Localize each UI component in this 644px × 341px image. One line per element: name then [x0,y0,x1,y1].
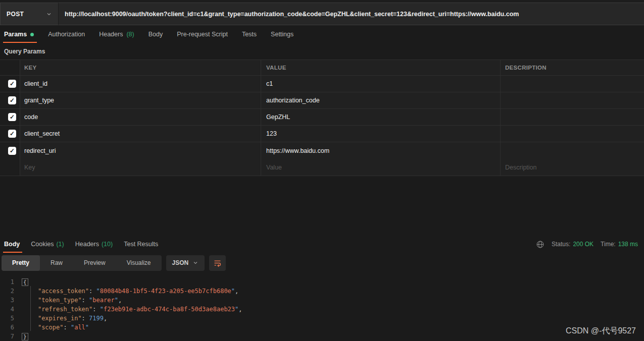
code-token: : [92,306,100,313]
param-checkbox[interactable]: ✓ [8,147,16,155]
code-line-content: "expires_in": 7199, [19,314,107,323]
code-line: 5 "expires_in": 7199, [0,314,644,323]
param-value-cell-text: 123 [266,130,277,137]
tab-settings[interactable]: Settings [264,25,301,43]
tab-label: Headers [75,241,99,248]
description-input-placeholder[interactable]: Description [505,164,537,171]
code-line: 2 "access_token": "80084b48-1bf5-4f23-a2… [0,287,644,296]
param-key-cell[interactable]: client_id [20,76,261,92]
tab-label: Body [148,31,163,38]
code-line-content: { [19,277,28,287]
request-tabs: ParamsAuthorizationHeaders(8)BodyPre-req… [0,25,644,43]
param-description-cell[interactable] [501,92,644,108]
code-line-content: "refresh_token": "f23eb91e-adbc-474c-ba8… [19,305,242,314]
tab-headers[interactable]: Headers(8) [92,25,141,43]
param-key-cell[interactable]: grant_type [20,92,261,108]
param-value-cell-text: GepZHL [266,113,290,121]
checkbox-cell: ✓ [0,76,20,92]
param-value-cell[interactable]: c1 [261,76,501,92]
code-token: "access_token" [38,288,89,295]
code-token: " [115,297,118,304]
param-description-cell[interactable] [501,142,644,159]
view-tab-pretty[interactable]: Pretty [2,255,40,271]
fold-marker[interactable]: { [22,278,28,286]
api-client-window: POST http://localhost:9009/oauth/token?c… [0,0,644,341]
param-description-cell[interactable] [501,109,644,125]
chevron-down-icon [46,11,52,17]
query-params-label: Query Params [4,48,45,55]
tab-label: Pre-request Script [177,31,228,38]
code-token: : [63,324,70,331]
response-header: BodyCookies(1)Headers(10)Test Results St… [0,236,644,253]
code-token: : [82,315,89,322]
view-tab-raw[interactable]: Raw [40,255,73,271]
code-token: f23eb91e-adbc-474c-ba8f-50d3ae8aeb23 [104,306,235,313]
line-number: 6 [0,323,19,332]
param-value-cell[interactable]: GepZHL [261,109,501,125]
tab-label: Params [4,31,27,38]
param-key-cell[interactable]: client_secret [20,126,261,142]
param-value-cell-text: c1 [266,80,273,87]
param-key-cell[interactable]: redirect_uri [20,142,261,159]
response-body-viewer[interactable]: 1{2 "access_token": "80084b48-1bf5-4f23-… [0,273,644,341]
response-tab-body[interactable]: Body [3,236,25,253]
param-checkbox[interactable]: ✓ [8,96,16,104]
checkbox-cell [0,159,20,176]
tab-label: Cookies [31,241,54,248]
checkbox-cell: ✓ [0,126,20,142]
method-selector[interactable]: POST [0,3,59,25]
param-value-cell[interactable]: authorization_code [261,92,501,108]
url-input[interactable]: http://localhost:9009/oauth/token?client… [59,3,644,25]
params-active-dot-icon [30,33,34,36]
param-checkbox[interactable]: ✓ [8,80,16,88]
code-token: all [74,324,85,331]
tab-params[interactable]: Params [3,25,41,43]
code-token: : [89,288,96,295]
description-column-header: DESCRIPTION [505,65,547,71]
network-globe-icon[interactable] [536,240,544,249]
indent-guide [30,286,31,331]
empty-space [0,176,644,236]
method-label: POST [7,11,24,18]
tab-authorization[interactable]: Authorization [41,25,92,43]
code-token: , [238,306,242,313]
query-params-row: Query Params [0,43,644,60]
code-token: "token_type" [38,297,82,304]
table-row: ✓client_idc1 [0,76,644,92]
param-checkbox[interactable]: ✓ [8,113,16,121]
tab-tests[interactable]: Tests [235,25,264,43]
format-selector[interactable]: JSON [166,255,205,271]
param-value-cell-text: authorization_code [266,97,320,104]
code-token: " [85,324,89,331]
view-tab-visualize[interactable]: Visualize [116,255,162,271]
tab-label: Tests [242,31,257,38]
wrap-text-icon [213,259,222,267]
code-token: 80084b48-1bf5-4f23-a205-ee5b7cfb680e [100,288,231,295]
tab-label: Settings [271,31,293,38]
wrap-text-button[interactable] [209,255,226,271]
response-tab-cookies[interactable]: Cookies(1) [25,236,69,253]
checkbox-cell: ✓ [0,109,20,125]
line-number: 3 [0,296,19,305]
tab-label: Headers [99,31,123,38]
param-key-cell[interactable]: code [20,109,261,125]
chevron-down-icon [192,260,199,266]
param-value-cell[interactable]: https://www.baidu.com [261,142,501,159]
value-input-placeholder[interactable]: Value [266,164,282,171]
param-description-cell[interactable] [501,126,644,142]
param-checkbox[interactable]: ✓ [8,130,16,138]
code-line: 1{ [0,277,644,287]
response-tab-headers[interactable]: Headers(10) [70,236,118,253]
code-token: "scope" [38,324,64,331]
response-tab-test-results[interactable]: Test Results [118,236,164,253]
table-row: ✓redirect_urihttps://www.baidu.com [0,142,644,159]
tab-body[interactable]: Body [141,25,170,43]
param-value-cell-text: https://www.baidu.com [266,147,329,154]
param-description-cell[interactable] [501,76,644,92]
code-token: : [82,297,89,304]
view-tab-preview[interactable]: Preview [73,255,116,271]
tab-pre-request-script[interactable]: Pre-request Script [170,25,235,43]
fold-marker[interactable]: } [22,333,28,340]
param-value-cell[interactable]: 123 [261,126,501,142]
key-input-placeholder[interactable]: Key [24,164,35,171]
